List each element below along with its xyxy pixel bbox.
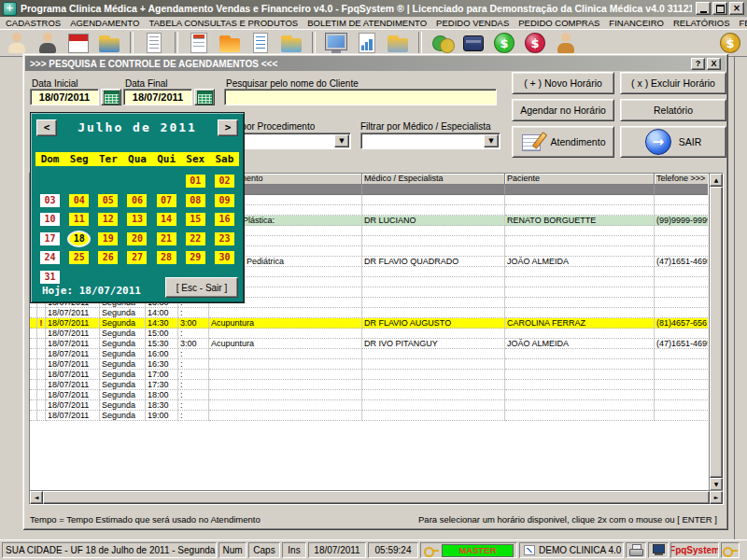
- scroll-down-button[interactable]: ▼: [710, 478, 723, 491]
- calendar-day-03[interactable]: 03: [40, 194, 60, 207]
- carteira-icon[interactable]: [461, 31, 486, 55]
- horizontal-scrollbar[interactable]: ◄ ►: [30, 490, 723, 504]
- excluir-horario-button[interactable]: ( x ) Excluir Horário: [620, 72, 726, 94]
- grafico-icon[interactable]: [355, 31, 379, 55]
- envio-folder-icon[interactable]: [279, 31, 303, 55]
- table-row[interactable]: 18/07/2011Segunda14:00:: [30, 308, 708, 318]
- atendimento-button[interactable]: Atendimento: [512, 126, 614, 158]
- filter-medico-select[interactable]: ▼: [360, 133, 500, 149]
- calendar-day-04[interactable]: 04: [69, 194, 89, 207]
- calendar-day-08[interactable]: 08: [186, 194, 205, 207]
- calendar-day-30[interactable]: 30: [215, 251, 234, 264]
- calendar-day-28[interactable]: 28: [157, 251, 176, 264]
- calendar-esc-button[interactable]: [ Esc - Sair ]: [165, 277, 238, 298]
- agenda-icon[interactable]: [66, 31, 91, 55]
- menu-pedido-vendas[interactable]: PEDIDO VENDAS: [436, 18, 509, 28]
- menu-financeiro[interactable]: FINANCEIRO: [609, 18, 664, 28]
- table-row[interactable]: 18/07/2011Segunda15:303:00AcupunturaDR I…: [30, 339, 708, 349]
- agendamento-folder-icon[interactable]: [97, 31, 121, 55]
- calendar-day-15[interactable]: 15: [186, 213, 205, 226]
- novo-horario-button[interactable]: ( + ) Novo Horário: [512, 72, 614, 94]
- pedido-vendas-folder-icon[interactable]: [218, 31, 242, 55]
- vertical-scrollbar[interactable]: ▲ ▼: [709, 174, 723, 491]
- calendar-day-05[interactable]: 05: [98, 194, 118, 207]
- calendar-day-21[interactable]: 21: [157, 232, 176, 245]
- calendar-day-02[interactable]: 02: [215, 175, 234, 188]
- data-inicial-calendar-button[interactable]: [101, 89, 121, 105]
- calendar-day-24[interactable]: 24: [40, 251, 60, 264]
- table-row[interactable]: !18/07/2011Segunda14:303:00AcupunturaDR …: [30, 318, 708, 329]
- minimize-button[interactable]: [696, 2, 711, 15]
- menu-pedido-compras[interactable]: PEDIDO COMPRAS: [518, 18, 599, 28]
- calendar-day-06[interactable]: 06: [127, 194, 147, 207]
- chevron-down-icon[interactable]: ▼: [334, 134, 349, 147]
- agendar-horario-button[interactable]: Agendar no Horário: [512, 99, 614, 121]
- dialog-close-button[interactable]: X: [707, 58, 721, 70]
- menu-cadastros[interactable]: CADASTROS: [6, 18, 61, 28]
- close-button[interactable]: ×: [729, 2, 744, 15]
- calendar-day-10[interactable]: 10: [40, 213, 60, 226]
- calendar-day-16[interactable]: 16: [215, 213, 234, 226]
- calendar-day-12[interactable]: 12: [98, 213, 118, 226]
- calendar-dayname-ter: Ter: [93, 152, 122, 166]
- calendar-day-14[interactable]: 14: [157, 213, 176, 226]
- calendar-day-27[interactable]: 27: [127, 251, 147, 264]
- calendar-day-13[interactable]: 13: [127, 213, 147, 226]
- dialog-help-button[interactable]: ?: [691, 58, 705, 70]
- moeda-icon[interactable]: [718, 31, 742, 55]
- calendar-day-09[interactable]: 09: [215, 194, 234, 207]
- instrutor-icon[interactable]: [554, 31, 578, 55]
- restore-button[interactable]: [712, 2, 727, 15]
- janela-icon[interactable]: [324, 31, 348, 55]
- contas-pagar-icon[interactable]: [523, 31, 547, 55]
- data-final-calendar-button[interactable]: [194, 89, 215, 105]
- menu-relat-rios[interactable]: RELATÓRIOS: [673, 18, 730, 28]
- table-row[interactable]: 18/07/2011Segunda19:00:: [30, 411, 708, 421]
- scroll-right-button[interactable]: ►: [710, 491, 723, 504]
- table-row[interactable]: 18/07/2011Segunda16:00:: [30, 349, 708, 359]
- menu-ferramentas[interactable]: FERRAMENTAS: [739, 18, 747, 28]
- table-row[interactable]: 18/07/2011Segunda17:30:: [30, 380, 708, 390]
- calendar-day-07[interactable]: 07: [157, 194, 176, 207]
- scroll-left-button[interactable]: ◄: [30, 491, 43, 504]
- boletim-icon[interactable]: [187, 31, 211, 55]
- calendar-day-20[interactable]: 20: [127, 232, 147, 245]
- calendar-day-25[interactable]: 25: [69, 251, 89, 264]
- vertical-scroll-thumb[interactable]: [710, 187, 723, 478]
- scroll-up-button[interactable]: ▲: [710, 174, 723, 187]
- calendar-day-31[interactable]: 31: [40, 271, 60, 284]
- menu-tabela-consultas-e-produtos[interactable]: TABELA CONSULTAS E PRODUTOS: [148, 18, 298, 28]
- search-input[interactable]: [224, 89, 497, 105]
- calendar-day-11[interactable]: 11: [69, 213, 89, 226]
- calendar-day-26[interactable]: 26: [98, 251, 118, 264]
- table-row[interactable]: 18/07/2011Segunda18:00:: [30, 390, 708, 400]
- table-row[interactable]: 18/07/2011Segunda16:30:: [30, 359, 708, 370]
- calendar-day-22[interactable]: 22: [186, 232, 205, 245]
- arquivo-folder-icon[interactable]: [386, 31, 410, 55]
- medicos-icon[interactable]: [35, 31, 60, 55]
- cambio-icon[interactable]: [430, 31, 455, 55]
- chevron-down-icon[interactable]: ▼: [484, 134, 499, 147]
- menu-agendamento[interactable]: AGENDAMENTO: [70, 18, 139, 28]
- table-row[interactable]: 18/07/2011Segunda17:00:: [30, 370, 708, 380]
- calendar-day-01[interactable]: 01: [186, 175, 205, 188]
- pedido-doc-icon[interactable]: [248, 31, 273, 55]
- menu-boletim-de-atendimento[interactable]: BOLETIM DE ATENDIMENTO: [307, 18, 427, 28]
- date-panel: 18/07/2011: [308, 542, 366, 558]
- calendar-day-17[interactable]: 17: [40, 232, 60, 245]
- clientes-icon[interactable]: [5, 31, 29, 55]
- calendar-day-29[interactable]: 29: [186, 251, 205, 264]
- calendar-day-19[interactable]: 19: [98, 232, 118, 245]
- contas-receber-icon[interactable]: [492, 31, 516, 55]
- tabela-doc-icon[interactable]: [142, 31, 166, 55]
- horizontal-scroll-thumb[interactable]: [43, 491, 710, 504]
- data-final-input[interactable]: [123, 89, 192, 105]
- relatorio-button[interactable]: Relatório: [620, 99, 726, 121]
- data-inicial-input[interactable]: [30, 89, 99, 105]
- table-row[interactable]: 18/07/2011Segunda15:00:: [30, 329, 708, 339]
- calendar-day-18[interactable]: 18: [67, 231, 91, 247]
- calendar-day-23[interactable]: 23: [215, 232, 234, 245]
- table-row[interactable]: 18/07/2011Segunda18:30:: [30, 400, 708, 411]
- sair-button[interactable]: SAIR: [620, 126, 726, 158]
- next-month-button[interactable]: >: [218, 119, 238, 136]
